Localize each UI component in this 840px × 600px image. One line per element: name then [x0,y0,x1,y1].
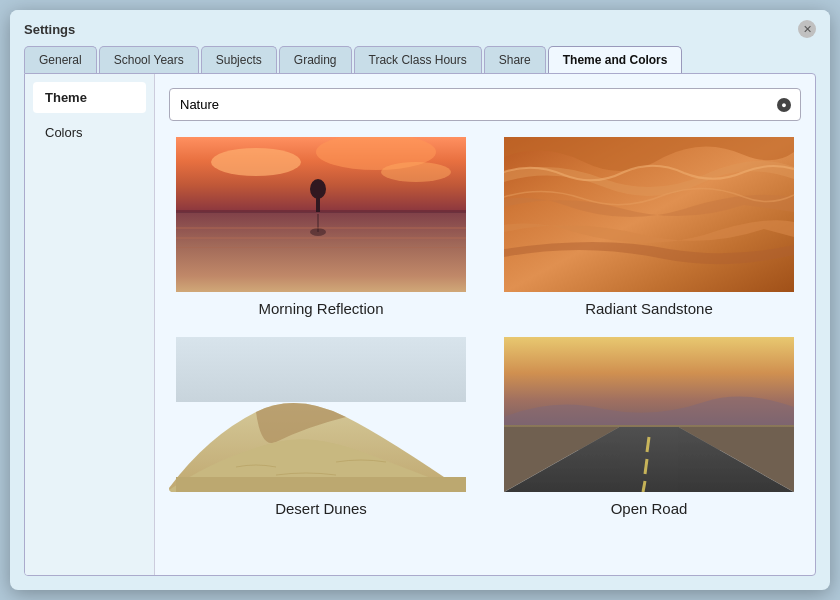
theme-option-desert-dunes[interactable]: Desert Dunes [169,337,473,517]
sidebar-item-theme[interactable]: Theme [33,82,146,113]
svg-rect-5 [176,210,466,213]
main-content: Theme Colors Nature Abstract Architectur… [24,73,816,576]
tab-track-class-hours[interactable]: Track Class Hours [354,46,482,73]
radiant-sandstone-image [497,137,801,292]
theme-option-morning-reflection[interactable]: Morning Reflection [169,137,473,317]
theme-option-open-road[interactable]: Open Road [497,337,801,517]
desert-dunes-label: Desert Dunes [275,500,367,517]
svg-point-7 [310,179,326,199]
tab-share[interactable]: Share [484,46,546,73]
morning-reflection-image [169,137,473,292]
svg-rect-15 [176,477,466,492]
tab-school-years[interactable]: School Years [99,46,199,73]
open-road-image [497,337,801,492]
sidebar-item-colors[interactable]: Colors [33,117,146,148]
svg-rect-11 [176,237,466,239]
tab-subjects[interactable]: Subjects [201,46,277,73]
svg-rect-12 [176,247,466,248]
radiant-sandstone-label: Radiant Sandstone [585,300,713,317]
tab-grading[interactable]: Grading [279,46,352,73]
svg-rect-14 [176,337,466,402]
theme-image-grid: Morning Reflection [169,137,801,517]
theme-option-radiant-sandstone[interactable]: Radiant Sandstone [497,137,801,317]
title-bar: Settings ✕ [10,10,830,38]
open-road-label: Open Road [611,500,688,517]
window-title: Settings [24,22,75,37]
svg-point-4 [381,162,451,182]
sidebar: Theme Colors [25,74,155,575]
svg-rect-9 [317,214,319,232]
svg-rect-1 [176,212,466,292]
close-button[interactable]: ✕ [798,20,816,38]
morning-reflection-label: Morning Reflection [258,300,383,317]
tab-bar: General School Years Subjects Grading Tr… [10,38,830,73]
tab-general[interactable]: General [24,46,97,73]
svg-point-2 [211,148,301,176]
desert-dunes-image [169,337,473,492]
svg-rect-10 [176,227,466,229]
tab-theme-and-colors[interactable]: Theme and Colors [548,46,683,73]
theme-dropdown-wrapper: Nature Abstract Architecture Custom ● [169,88,801,121]
content-area: Nature Abstract Architecture Custom ● [155,74,815,575]
settings-window: Settings ✕ General School Years Subjects… [10,10,830,590]
theme-dropdown[interactable]: Nature Abstract Architecture Custom [169,88,801,121]
